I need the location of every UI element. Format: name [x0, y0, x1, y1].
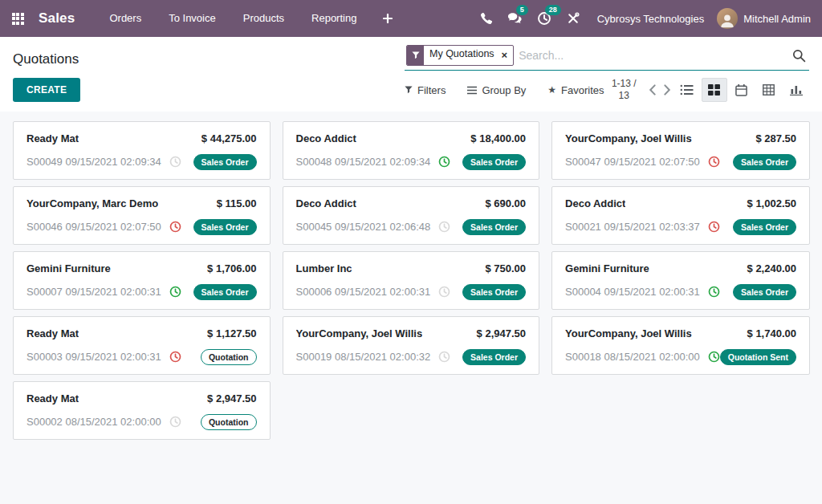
graph-view-icon — [790, 84, 803, 96]
activity-clock-icon[interactable] — [708, 156, 720, 168]
filter-funnel-icon — [405, 86, 413, 94]
create-button[interactable]: CREATE — [13, 78, 80, 102]
status-badge: Sales Order — [462, 284, 526, 301]
filter-funnel-icon — [407, 46, 424, 65]
customer-name: Deco Addict — [565, 197, 625, 209]
activities-button[interactable]: 28 — [530, 0, 559, 37]
activity-clock-icon[interactable] — [169, 416, 181, 428]
status-badge: Sales Order — [462, 219, 526, 236]
quotation-card[interactable]: Deco Addict $ 690.00 S00045 09/15/2021 0… — [283, 186, 540, 245]
group-by-button[interactable]: Group By — [467, 84, 526, 96]
customer-name: YourCompany, Joel Willis — [565, 327, 692, 339]
quotation-card[interactable]: Ready Mat $ 44,275.00 S00049 09/15/2021 … — [13, 121, 271, 180]
activity-clock-icon[interactable] — [708, 286, 720, 298]
pivot-view-icon — [763, 84, 775, 96]
status-badge: Quotation Sent — [720, 349, 796, 366]
messages-button[interactable]: 5 — [501, 0, 530, 37]
quotation-card[interactable]: Deco Addict $ 1,002.50 S00021 09/15/2021… — [551, 186, 810, 245]
order-amount: $ 690.00 — [485, 197, 526, 209]
kanban-view-button[interactable] — [702, 78, 727, 102]
phone-icon — [480, 12, 493, 25]
customer-name: Ready Mat — [26, 392, 79, 404]
status-badge: Sales Order — [193, 284, 257, 301]
order-amount: $ 2,240.00 — [747, 262, 796, 274]
customer-name: Deco Addict — [296, 197, 356, 209]
messages-count-badge: 5 — [516, 5, 528, 15]
search-icon[interactable] — [792, 49, 808, 63]
list-view-icon — [680, 84, 694, 96]
pager-range: 1-13 / 13 — [605, 78, 642, 102]
activity-clock-icon[interactable] — [169, 286, 181, 298]
company-switcher[interactable]: Cybrosys Technologies — [597, 13, 704, 25]
pager-next-button[interactable] — [662, 83, 673, 97]
order-reference: S00004 09/15/2021 02:00:31 — [565, 286, 700, 298]
order-reference: S00002 08/15/2021 02:00:00 — [26, 416, 161, 428]
activity-clock-icon[interactable] — [438, 221, 450, 233]
top-menu-item-to-invoice[interactable]: To Invoice — [155, 0, 230, 37]
activity-clock-icon[interactable] — [708, 221, 720, 233]
user-menu[interactable]: Mitchell Admin — [717, 8, 814, 29]
status-badge: Quotation — [201, 349, 257, 366]
activity-clock-icon[interactable] — [438, 156, 450, 168]
activity-clock-icon[interactable] — [169, 351, 181, 363]
quotation-card[interactable]: Deco Addict $ 18,400.00 S00048 09/15/202… — [283, 121, 540, 180]
order-amount: $ 2,947.50 — [207, 392, 256, 404]
apps-menu-button[interactable] — [0, 0, 35, 37]
quotation-card[interactable]: Gemini Furniture $ 1,706.00 S00007 09/15… — [13, 251, 271, 310]
pager-previous-button[interactable] — [647, 83, 657, 97]
quotation-card[interactable]: YourCompany, Joel Willis $ 2,947.50 S000… — [283, 316, 540, 375]
list-view-button[interactable] — [674, 78, 700, 102]
debug-tools-button[interactable] — [559, 0, 588, 37]
order-reference: S00018 08/15/2021 02:00:00 — [565, 351, 700, 363]
favorites-button[interactable]: ★ Favorites — [547, 84, 604, 96]
quotation-card[interactable]: Ready Mat $ 1,127.50 S00003 09/15/2021 0… — [13, 316, 271, 375]
activity-clock-icon[interactable] — [708, 351, 720, 363]
activity-clock-icon[interactable] — [438, 351, 450, 363]
top-menu-item-products[interactable]: Products — [230, 0, 298, 37]
quotation-card[interactable]: Ready Mat $ 2,947.50 S00002 08/15/2021 0… — [13, 381, 271, 440]
graph-view-button[interactable] — [783, 78, 809, 102]
customer-name: Ready Mat — [26, 327, 79, 339]
calendar-view-icon — [735, 84, 747, 96]
quotation-card[interactable]: Lumber Inc $ 750.00 S00006 09/15/2021 02… — [283, 251, 540, 310]
tools-icon — [567, 12, 580, 25]
kanban-grid: Ready Mat $ 44,275.00 S00049 09/15/2021 … — [13, 121, 810, 440]
customer-name: Ready Mat — [26, 132, 79, 144]
top-navbar: Sales Orders To Invoice Products Reporti… — [0, 0, 822, 37]
kanban-view: Ready Mat $ 44,275.00 S00049 09/15/2021 … — [0, 112, 822, 504]
search-bar[interactable]: My Quotations × — [405, 43, 809, 71]
order-reference: S00047 09/15/2021 02:07:50 — [565, 156, 700, 168]
top-menu-item-reporting[interactable]: Reporting — [298, 0, 370, 37]
order-amount: $ 1,706.00 — [207, 262, 256, 274]
pivot-view-button[interactable] — [756, 78, 782, 102]
order-amount: $ 18,400.00 — [470, 132, 526, 144]
order-reference: S00007 09/15/2021 02:00:31 — [26, 286, 161, 298]
status-badge: Sales Order — [733, 154, 796, 171]
filters-button[interactable]: Filters — [405, 84, 446, 96]
activity-clock-icon[interactable] — [169, 221, 181, 233]
search-facet-label: My Quotations — [424, 46, 500, 65]
view-switcher — [674, 78, 809, 102]
quotation-card[interactable]: YourCompany, Joel Willis $ 287.50 S00047… — [551, 121, 810, 180]
customer-name: Gemini Furniture — [565, 262, 649, 274]
status-badge: Sales Order — [462, 154, 526, 171]
activity-clock-icon[interactable] — [438, 286, 450, 298]
facet-remove-button[interactable]: × — [500, 46, 514, 65]
app-name[interactable]: Sales — [39, 10, 75, 26]
add-menu-button[interactable] — [370, 0, 405, 37]
order-amount: $ 44,275.00 — [201, 132, 257, 144]
quotation-card[interactable]: Gemini Furniture $ 2,240.00 S00004 09/15… — [551, 251, 810, 310]
status-badge: Sales Order — [462, 349, 526, 366]
filters-label: Filters — [417, 84, 446, 96]
search-input[interactable] — [514, 47, 792, 63]
top-menu-item-orders[interactable]: Orders — [96, 0, 155, 37]
quotation-card[interactable]: YourCompany, Marc Demo $ 115.00 S00046 0… — [13, 186, 271, 245]
activity-clock-icon[interactable] — [169, 156, 181, 168]
kanban-view-icon — [708, 84, 720, 96]
quotation-card[interactable]: YourCompany, Joel Willis $ 1,740.00 S000… — [551, 316, 810, 375]
order-amount: $ 750.00 — [485, 262, 526, 274]
calendar-view-button[interactable] — [729, 78, 755, 102]
voip-button[interactable] — [472, 0, 501, 37]
group-by-icon — [467, 86, 477, 95]
order-amount: $ 1,002.50 — [747, 197, 796, 209]
